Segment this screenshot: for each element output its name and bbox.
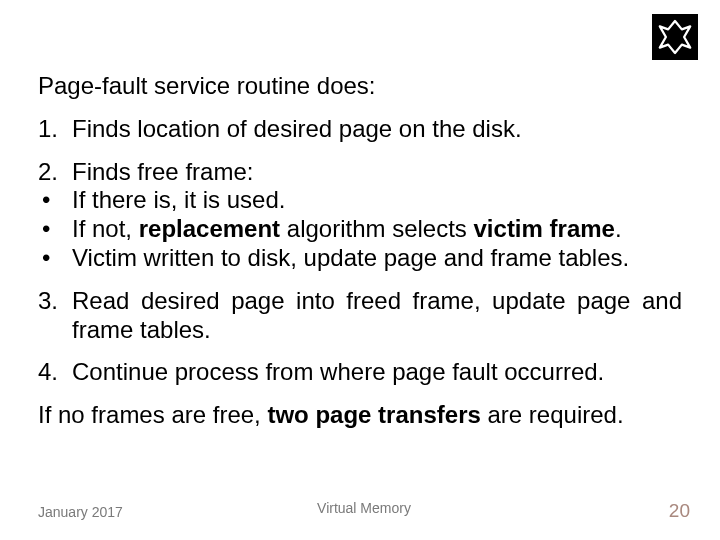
sub-item: • If not, replacement algorithm selects … xyxy=(38,215,682,244)
sub-item: • If there is, it is used. xyxy=(38,186,682,215)
sub-list: • If there is, it is used. • If not, rep… xyxy=(38,186,682,272)
institution-logo xyxy=(652,14,698,60)
item-text: Finds free frame: xyxy=(72,158,682,187)
logo-glyph xyxy=(656,18,694,56)
footer-title: Virtual Memory xyxy=(317,500,411,516)
item-number: 4. xyxy=(38,358,72,387)
closing-line: If no frames are free, two page transfer… xyxy=(38,401,682,430)
footer-date: January 2017 xyxy=(38,504,123,520)
item-text: Finds location of desired page on the di… xyxy=(72,115,682,144)
item-text: Continue process from where page fault o… xyxy=(72,358,682,387)
sub-text: Victim written to disk, update page and … xyxy=(72,244,682,273)
list-item-1: 1. Finds location of desired page on the… xyxy=(38,115,682,144)
sub-text: If not, replacement algorithm selects vi… xyxy=(72,215,682,244)
list-item-2: 2. Finds free frame: • If there is, it i… xyxy=(38,158,682,273)
item-number: 1. xyxy=(38,115,72,144)
slide-footer: January 2017 Virtual Memory 20 xyxy=(38,500,690,522)
sub-text: If there is, it is used. xyxy=(72,186,682,215)
item-text: Read desired page into freed frame, upda… xyxy=(72,287,682,345)
list-item-3: 3. Read desired page into freed frame, u… xyxy=(38,287,682,345)
slide-body: Page-fault service routine does: 1. Find… xyxy=(38,72,682,430)
bullet-icon: • xyxy=(38,186,72,215)
page-number: 20 xyxy=(669,500,690,522)
bullet-icon: • xyxy=(38,215,72,244)
sub-item: • Victim written to disk, update page an… xyxy=(38,244,682,273)
slide-heading: Page-fault service routine does: xyxy=(38,72,682,101)
slide: Page-fault service routine does: 1. Find… xyxy=(0,0,720,540)
item-number: 3. xyxy=(38,287,72,345)
bullet-icon: • xyxy=(38,244,72,273)
list-item-4: 4. Continue process from where page faul… xyxy=(38,358,682,387)
item-number: 2. xyxy=(38,158,72,187)
